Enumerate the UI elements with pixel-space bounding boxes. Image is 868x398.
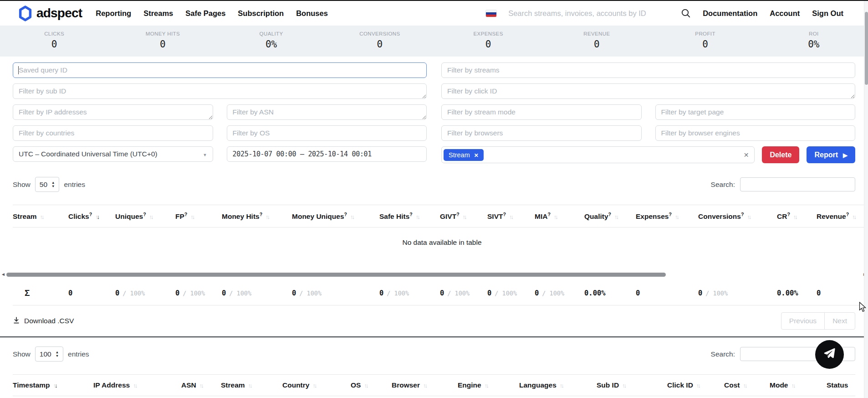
nav-item-subscription[interactable]: Subscription (238, 9, 284, 18)
nav-item-bonuses[interactable]: Bonuses (296, 9, 328, 18)
sort-icon (463, 212, 467, 221)
filter-sub-id-textarea[interactable] (13, 83, 427, 99)
stream-filter-tag[interactable]: Stream (444, 149, 484, 161)
nav-item-streams[interactable]: Streams (143, 9, 173, 18)
filter-browsers-input[interactable] (441, 125, 642, 141)
filter-browser-engines-input[interactable] (655, 125, 856, 141)
next-page-button[interactable]: Next (824, 312, 855, 330)
sort-icon (743, 381, 747, 389)
date-range-input[interactable]: 2025-10-07 00:00 – 2025-10-14 00:01 (227, 146, 427, 162)
download-csv-link[interactable]: Download .CSV (13, 316, 74, 326)
russian-flag-icon[interactable] (486, 10, 496, 17)
horizontal-scrollbar[interactable] (1, 272, 867, 277)
nav-item-account[interactable]: Account (770, 9, 800, 18)
filter-os-input[interactable] (227, 125, 427, 141)
horizontal-scrollbar-thumb[interactable] (6, 273, 666, 277)
column-header-uniques[interactable]: Uniques? (115, 205, 175, 227)
remove-tag-icon[interactable] (474, 151, 479, 159)
totals-mia: 0/ 100% (535, 281, 584, 305)
entries-label: entries (68, 350, 89, 358)
column-header-money-hits[interactable]: Money Hits? (222, 205, 292, 227)
vertical-scrollbar[interactable] (864, 1, 868, 398)
filter-asn-textarea[interactable] (227, 104, 427, 120)
previous-page-button[interactable]: Previous (781, 312, 825, 330)
filter-streams-input[interactable] (441, 62, 855, 78)
column-header-cr[interactable]: CR? (777, 205, 817, 227)
clear-filters-icon[interactable] (744, 151, 749, 159)
filter-countries-input[interactable] (13, 125, 213, 141)
play-icon (843, 151, 848, 159)
vertical-scrollbar-thumb[interactable] (865, 12, 868, 85)
brand-text: adspect (36, 6, 82, 21)
column-header-cost[interactable]: Cost (724, 375, 770, 396)
column-header-click-id[interactable]: Click ID (667, 375, 724, 396)
nav-item-documentation[interactable]: Documentation (703, 9, 757, 18)
column-header-sivt[interactable]: SIVT? (487, 205, 535, 227)
totals-money-hits: 0/ 100% (222, 281, 292, 305)
column-header-ip-address[interactable]: IP Address (93, 375, 181, 396)
report-button[interactable]: Report (807, 146, 855, 163)
chevron-down-icon (203, 150, 207, 158)
delete-button[interactable]: Delete (762, 146, 799, 163)
column-header-expenses[interactable]: Expenses? (636, 205, 698, 227)
column-header-revenue[interactable]: Revenue? (817, 205, 868, 227)
sort-icon (696, 381, 701, 389)
filters-panel: UTC – Coordinated Universal Time (UTC+0)… (0, 57, 868, 163)
sort-icon (852, 212, 857, 221)
global-search-input[interactable] (508, 9, 670, 18)
sort-icon (312, 381, 317, 389)
totals-sivt: 0/ 100% (487, 281, 535, 305)
nav-item-safe-pages[interactable]: Safe Pages (185, 9, 225, 18)
report-table-header-row: Stream Clicks? Uniques? FP? Money Hits? … (13, 205, 868, 227)
column-header-stream[interactable]: Stream (221, 375, 282, 396)
column-header-asn[interactable]: ASN (181, 375, 221, 396)
sort-icon (266, 212, 270, 221)
column-header-languages[interactable]: Languages (519, 375, 597, 396)
filter-ip-addresses-textarea[interactable] (13, 104, 213, 120)
clicks-table: Timestamp IP Address ASN Stream Country … (13, 374, 855, 396)
column-header-browser[interactable]: Browser (392, 375, 458, 396)
column-header-stream[interactable]: Stream (13, 205, 68, 227)
section-divider (0, 336, 868, 337)
totals-safe-hits: 0/ 100% (379, 281, 440, 305)
adspect-logo[interactable]: adspect (18, 5, 82, 21)
top-navbar: adspect Reporting Streams Safe Pages Sub… (0, 1, 868, 26)
show-label: Show (13, 350, 31, 358)
column-header-clicks[interactable]: Clicks? (68, 205, 115, 227)
column-header-mia[interactable]: MIA? (535, 205, 584, 227)
search-icon[interactable] (681, 8, 691, 18)
column-header-os[interactable]: OS (351, 375, 392, 396)
column-header-givt[interactable]: GIVT? (440, 205, 487, 227)
column-header-money-uniques[interactable]: Money Uniques? (292, 205, 379, 227)
scroll-left-icon[interactable] (1, 272, 5, 277)
column-header-safe-hits[interactable]: Safe Hits? (379, 205, 440, 227)
column-header-timestamp[interactable]: Timestamp (13, 375, 93, 396)
spinner-arrows-icon (56, 351, 59, 358)
report-table-search-input[interactable] (740, 177, 855, 191)
nav-item-reporting[interactable]: Reporting (96, 9, 131, 18)
column-header-fp[interactable]: FP? (175, 205, 222, 227)
column-header-sub-id[interactable]: Sub ID (597, 375, 667, 396)
column-header-country[interactable]: Country (282, 375, 351, 396)
saved-query-id-input[interactable] (13, 62, 427, 78)
pager-row: Download .CSV Previous Next (13, 312, 855, 330)
column-header-status[interactable]: Status (827, 375, 855, 396)
selected-filters-box[interactable]: Stream (441, 146, 755, 163)
column-header-conversions[interactable]: Conversions? (698, 205, 777, 227)
filter-stream-mode-input[interactable] (441, 104, 642, 120)
column-header-quality[interactable]: Quality? (584, 205, 636, 227)
totals-uniques: 0/ 100% (115, 281, 175, 305)
filter-click-id-textarea[interactable] (441, 83, 855, 99)
timezone-select[interactable]: UTC – Coordinated Universal Time (UTC+0) (13, 146, 213, 162)
column-header-mode[interactable]: Mode (770, 375, 827, 396)
sort-icon (747, 212, 751, 221)
stat-profit: PROFIT0 (651, 31, 760, 50)
page-size-select[interactable]: 100 (35, 346, 63, 362)
column-header-engine[interactable]: Engine (458, 375, 519, 396)
stat-roi: ROI0% (760, 31, 868, 50)
nav-item-sign-out[interactable]: Sign Out (812, 9, 843, 18)
telegram-button[interactable] (815, 340, 844, 369)
page-size-select[interactable]: 50 (35, 177, 60, 192)
filter-target-page-input[interactable] (655, 104, 856, 120)
search-label: Search: (711, 350, 735, 358)
